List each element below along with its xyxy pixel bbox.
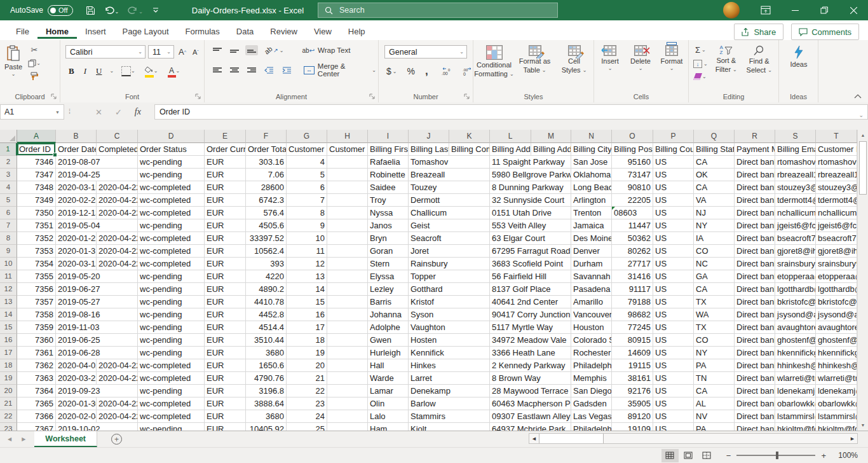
cell-N11[interactable]: Savannah [571, 270, 612, 283]
cell-B11[interactable]: 2019-05-20 [56, 270, 138, 283]
middle-align-button[interactable] [228, 45, 241, 55]
cell-P20[interactable]: US [653, 385, 694, 397]
cell-O19[interactable]: 38161 [612, 372, 653, 385]
redo-dropdown-icon[interactable]: ⌄ [139, 10, 143, 15]
cell-L3[interactable]: 5980 Bellgrove Parkway [490, 169, 571, 181]
cell-H19[interactable] [327, 372, 368, 385]
cell-D8[interactable]: wc-completed [138, 232, 205, 245]
cell-P2[interactable]: US [653, 156, 694, 169]
cell-H22[interactable] [327, 410, 368, 423]
cell-Q3[interactable]: OK [694, 169, 735, 181]
cell-B1[interactable]: Order Date [56, 143, 97, 156]
cell-F17[interactable]: 3680 [246, 347, 287, 359]
cell-J4[interactable]: Touzey [409, 181, 490, 194]
row-header-10[interactable]: 10 [0, 258, 17, 270]
top-align-button[interactable] [211, 45, 224, 55]
cell-N6[interactable]: Trenton [571, 207, 612, 219]
cell-R14[interactable]: Direct bank transfer [735, 308, 775, 321]
cell-H18[interactable] [327, 359, 368, 372]
cell-P13[interactable]: US [653, 296, 694, 308]
cell-F5[interactable]: 6742.3 [246, 194, 287, 207]
cell-H6[interactable] [327, 207, 368, 219]
cell-E16[interactable]: EUR [205, 334, 246, 347]
cell-G21[interactable]: 23 [287, 397, 327, 410]
cell-G2[interactable]: 4 [287, 156, 327, 169]
cell-G4[interactable]: 6 [287, 181, 327, 194]
cell-Q6[interactable]: NJ [694, 207, 735, 219]
cell-R5[interactable]: Direct bank transfer [735, 194, 775, 207]
find-select-dropdown-icon[interactable]: ⌄ [768, 68, 772, 73]
cell-P6[interactable]: US [653, 207, 694, 219]
cell-O18[interactable]: 19115 [612, 359, 653, 372]
cell-A4[interactable]: 7348 [17, 181, 56, 194]
cell-R4[interactable]: Direct bank transfer [735, 181, 775, 194]
cell-P23[interactable]: US [653, 423, 694, 431]
cell-R7[interactable]: Direct bank transfer [735, 219, 775, 232]
cell-R13[interactable]: Direct bank transfer [735, 296, 775, 308]
cell-I10[interactable]: Stern [368, 258, 409, 270]
cell-N8[interactable]: Des Moines [571, 232, 612, 245]
clear-dropdown-icon[interactable]: ⌄ [702, 74, 707, 79]
cell-E23[interactable]: EUR [205, 423, 246, 431]
new-sheet-button[interactable]: + [111, 434, 122, 445]
cell-D15[interactable]: wc-pending [138, 321, 205, 334]
cell-I8[interactable]: Bryn [368, 232, 409, 245]
cell-E10[interactable]: EUR [205, 258, 246, 270]
cell-T9[interactable]: gjoret8@ihg.com [816, 245, 857, 258]
cell-B15[interactable]: 2019-11-03 [56, 321, 138, 334]
cell-A22[interactable]: 7366 [17, 410, 56, 423]
cell-I22[interactable]: Lalo [368, 410, 409, 423]
cell-C1[interactable]: Completed Date [97, 143, 138, 156]
percent-style-button[interactable]: % [405, 65, 417, 78]
cell-G1[interactable]: Customer ID [287, 143, 327, 156]
cell-S13[interactable]: bkristofc@behance.net [775, 296, 816, 308]
cell-L13[interactable]: 40641 2nd Center [490, 296, 571, 308]
cell-J8[interactable]: Seacroft [409, 232, 490, 245]
cell-Q14[interactable]: WA [694, 308, 735, 321]
cell-H9[interactable] [327, 245, 368, 258]
cell-D18[interactable]: wc-completed [138, 359, 205, 372]
cell-N4[interactable]: Long Beach [571, 181, 612, 194]
cell-J21[interactable]: Barlow [409, 397, 490, 410]
cell-S5[interactable]: tdermott4@usda.gov [775, 194, 816, 207]
cell-E3[interactable]: EUR [205, 169, 246, 181]
cell-A13[interactable]: 7357 [17, 296, 56, 308]
tab-page-layout[interactable]: Page Layout [114, 22, 177, 39]
cell-S18[interactable]: hhinkesh@weebly.com [775, 359, 816, 372]
cell-O11[interactable]: 31416 [612, 270, 653, 283]
cell-L1[interactable]: Billing Address 1 [490, 143, 531, 156]
cell-A18[interactable]: 7362 [17, 359, 56, 372]
font-dialog-launcher[interactable] [195, 93, 201, 100]
cell-G5[interactable]: 7 [287, 194, 327, 207]
cut-button[interactable]: ✂ [26, 44, 43, 56]
column-header-O[interactable]: O [612, 130, 653, 143]
cell-G18[interactable]: 20 [287, 359, 327, 372]
bottom-align-button[interactable] [245, 45, 258, 55]
cell-J5[interactable]: Dermott [409, 194, 490, 207]
minimize-button[interactable] [780, 0, 810, 20]
cell-N23[interactable]: Philadelphia [571, 423, 612, 431]
cell-R9[interactable]: Direct bank transfer [735, 245, 775, 258]
cell-T2[interactable]: rtomashov0@ft.com [816, 156, 857, 169]
fill-button[interactable]: ↓⌄ [691, 59, 710, 69]
cell-T14[interactable]: jsysond@about.me [816, 308, 857, 321]
cell-N1[interactable]: Billing City [571, 143, 612, 156]
cell-J6[interactable]: Challicum [409, 207, 490, 219]
cell-J17[interactable]: Kennifick [409, 347, 490, 359]
cell-G15[interactable]: 17 [287, 321, 327, 334]
cell-I14[interactable]: Johanna [368, 308, 409, 321]
cell-A20[interactable]: 7364 [17, 385, 56, 397]
cell-N10[interactable]: Durham [571, 258, 612, 270]
cell-G8[interactable]: 10 [287, 232, 327, 245]
cell-P19[interactable]: US [653, 372, 694, 385]
column-header-L[interactable]: L [490, 130, 531, 143]
cell-T10[interactable]: srainsbury9@jalbum.net [816, 258, 857, 270]
row-header-12[interactable]: 12 [0, 283, 17, 296]
cell-styles-dropdown-icon[interactable]: ⌄ [583, 68, 587, 73]
cell-L22[interactable]: 09307 Eastlawn Alley [490, 410, 571, 423]
cell-D17[interactable]: wc-pending [138, 347, 205, 359]
normal-view-button[interactable] [661, 449, 679, 462]
cell-G12[interactable]: 14 [287, 283, 327, 296]
cell-A16[interactable]: 7360 [17, 334, 56, 347]
cell-S14[interactable]: jsysond@about.me [775, 308, 816, 321]
